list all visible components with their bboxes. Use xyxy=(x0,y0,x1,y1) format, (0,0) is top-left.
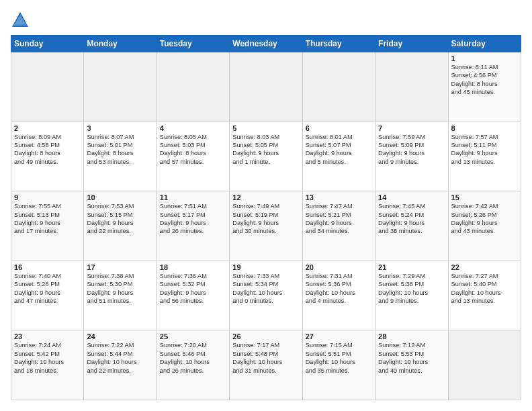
calendar-cell: 7Sunrise: 7:59 AM Sunset: 5:09 PM Daylig… xyxy=(375,122,448,191)
svg-marker-1 xyxy=(13,15,27,26)
calendar-cell: 12Sunrise: 7:49 AM Sunset: 5:19 PM Dayli… xyxy=(230,191,302,261)
day-number: 18 xyxy=(160,263,226,271)
calendar-header-wednesday: Wednesday xyxy=(230,36,302,52)
day-info: Sunrise: 8:07 AM Sunset: 5:01 PM Dayligh… xyxy=(87,133,153,167)
day-info: Sunrise: 8:05 AM Sunset: 5:03 PM Dayligh… xyxy=(160,133,226,167)
calendar-header-sunday: Sunday xyxy=(11,36,84,52)
day-info: Sunrise: 7:15 AM Sunset: 5:51 PM Dayligh… xyxy=(306,341,372,375)
calendar-cell: 21Sunrise: 7:29 AM Sunset: 5:38 PM Dayli… xyxy=(375,261,448,330)
calendar-header-friday: Friday xyxy=(375,36,448,52)
calendar-cell: 8Sunrise: 7:57 AM Sunset: 5:11 PM Daylig… xyxy=(448,122,521,191)
calendar-week-2: 2Sunrise: 8:09 AM Sunset: 4:58 PM Daylig… xyxy=(11,122,521,191)
calendar-week-3: 9Sunrise: 7:55 AM Sunset: 5:13 PM Daylig… xyxy=(11,191,521,261)
page: SundayMondayTuesdayWednesdayThursdayFrid… xyxy=(0,0,532,411)
calendar-cell: 25Sunrise: 7:20 AM Sunset: 5:46 PM Dayli… xyxy=(157,330,229,400)
calendar-cell: 10Sunrise: 7:53 AM Sunset: 5:15 PM Dayli… xyxy=(84,191,157,261)
day-number: 26 xyxy=(232,332,299,340)
day-info: Sunrise: 7:29 AM Sunset: 5:38 PM Dayligh… xyxy=(378,272,445,306)
calendar-cell: 1Sunrise: 8:11 AM Sunset: 4:56 PM Daylig… xyxy=(448,52,521,122)
day-number: 21 xyxy=(378,263,445,271)
calendar-header-saturday: Saturday xyxy=(448,36,521,52)
day-number: 23 xyxy=(14,332,81,340)
calendar-cell xyxy=(157,52,229,122)
calendar-cell: 18Sunrise: 7:36 AM Sunset: 5:32 PM Dayli… xyxy=(157,261,229,330)
calendar-cell xyxy=(448,330,521,400)
calendar-cell: 24Sunrise: 7:22 AM Sunset: 5:44 PM Dayli… xyxy=(84,330,157,400)
day-info: Sunrise: 7:38 AM Sunset: 5:30 PM Dayligh… xyxy=(87,272,153,306)
day-number: 15 xyxy=(451,193,518,201)
calendar-week-5: 23Sunrise: 7:24 AM Sunset: 5:42 PM Dayli… xyxy=(11,330,521,400)
calendar-week-1: 1Sunrise: 8:11 AM Sunset: 4:56 PM Daylig… xyxy=(11,52,521,122)
day-number: 25 xyxy=(160,332,226,340)
calendar-cell: 9Sunrise: 7:55 AM Sunset: 5:13 PM Daylig… xyxy=(11,191,84,261)
day-number: 11 xyxy=(160,193,226,201)
calendar-cell: 11Sunrise: 7:51 AM Sunset: 5:17 PM Dayli… xyxy=(157,191,229,261)
day-number: 5 xyxy=(232,124,299,132)
calendar-header-thursday: Thursday xyxy=(302,36,375,52)
day-number: 8 xyxy=(451,124,518,132)
calendar-cell xyxy=(302,52,375,122)
calendar-cell: 5Sunrise: 8:03 AM Sunset: 5:05 PM Daylig… xyxy=(230,122,302,191)
calendar-cell: 15Sunrise: 7:42 AM Sunset: 5:26 PM Dayli… xyxy=(448,191,521,261)
calendar-table: SundayMondayTuesdayWednesdayThursdayFrid… xyxy=(11,35,521,400)
header xyxy=(11,11,521,30)
calendar-cell: 13Sunrise: 7:47 AM Sunset: 5:21 PM Dayli… xyxy=(302,191,375,261)
calendar-cell xyxy=(230,52,302,122)
calendar-cell: 26Sunrise: 7:17 AM Sunset: 5:48 PM Dayli… xyxy=(230,330,302,400)
day-number: 3 xyxy=(87,124,153,132)
day-info: Sunrise: 7:49 AM Sunset: 5:19 PM Dayligh… xyxy=(232,202,299,236)
day-info: Sunrise: 7:53 AM Sunset: 5:15 PM Dayligh… xyxy=(87,202,153,236)
day-number: 6 xyxy=(306,124,372,132)
calendar-cell: 17Sunrise: 7:38 AM Sunset: 5:30 PM Dayli… xyxy=(84,261,157,330)
day-info: Sunrise: 7:31 AM Sunset: 5:36 PM Dayligh… xyxy=(306,272,372,306)
day-info: Sunrise: 7:47 AM Sunset: 5:21 PM Dayligh… xyxy=(306,202,372,236)
day-number: 1 xyxy=(451,54,518,62)
calendar-cell: 16Sunrise: 7:40 AM Sunset: 5:28 PM Dayli… xyxy=(11,261,84,330)
day-number: 28 xyxy=(378,332,445,340)
calendar-cell: 27Sunrise: 7:15 AM Sunset: 5:51 PM Dayli… xyxy=(302,330,375,400)
day-number: 20 xyxy=(306,263,372,271)
calendar-header-tuesday: Tuesday xyxy=(157,36,229,52)
day-info: Sunrise: 7:59 AM Sunset: 5:09 PM Dayligh… xyxy=(378,133,445,167)
day-number: 12 xyxy=(232,193,299,201)
calendar-cell: 22Sunrise: 7:27 AM Sunset: 5:40 PM Dayli… xyxy=(448,261,521,330)
day-info: Sunrise: 7:45 AM Sunset: 5:24 PM Dayligh… xyxy=(378,202,445,236)
calendar-cell xyxy=(375,52,448,122)
calendar-header-monday: Monday xyxy=(84,36,157,52)
day-number: 17 xyxy=(87,263,153,271)
day-info: Sunrise: 7:33 AM Sunset: 5:34 PM Dayligh… xyxy=(232,272,299,306)
day-number: 10 xyxy=(87,193,153,201)
day-number: 13 xyxy=(306,193,372,201)
day-info: Sunrise: 7:42 AM Sunset: 5:26 PM Dayligh… xyxy=(451,202,518,236)
day-info: Sunrise: 7:27 AM Sunset: 5:40 PM Dayligh… xyxy=(451,272,518,306)
calendar-header-row: SundayMondayTuesdayWednesdayThursdayFrid… xyxy=(11,36,521,52)
logo xyxy=(11,11,31,30)
day-info: Sunrise: 7:36 AM Sunset: 5:32 PM Dayligh… xyxy=(160,272,226,306)
day-number: 19 xyxy=(232,263,299,271)
day-info: Sunrise: 7:24 AM Sunset: 5:42 PM Dayligh… xyxy=(14,341,81,375)
day-info: Sunrise: 7:40 AM Sunset: 5:28 PM Dayligh… xyxy=(14,272,81,306)
day-number: 9 xyxy=(14,193,81,201)
calendar-cell: 3Sunrise: 8:07 AM Sunset: 5:01 PM Daylig… xyxy=(84,122,157,191)
day-info: Sunrise: 7:51 AM Sunset: 5:17 PM Dayligh… xyxy=(160,202,226,236)
day-info: Sunrise: 7:17 AM Sunset: 5:48 PM Dayligh… xyxy=(232,341,299,375)
day-number: 14 xyxy=(378,193,445,201)
day-info: Sunrise: 8:09 AM Sunset: 4:58 PM Dayligh… xyxy=(14,133,81,167)
calendar-cell: 14Sunrise: 7:45 AM Sunset: 5:24 PM Dayli… xyxy=(375,191,448,261)
day-info: Sunrise: 7:57 AM Sunset: 5:11 PM Dayligh… xyxy=(451,133,518,167)
calendar-week-4: 16Sunrise: 7:40 AM Sunset: 5:28 PM Dayli… xyxy=(11,261,521,330)
day-number: 7 xyxy=(378,124,445,132)
calendar-cell: 19Sunrise: 7:33 AM Sunset: 5:34 PM Dayli… xyxy=(230,261,302,330)
day-info: Sunrise: 8:01 AM Sunset: 5:07 PM Dayligh… xyxy=(306,133,372,167)
day-number: 2 xyxy=(14,124,81,132)
calendar-cell: 4Sunrise: 8:05 AM Sunset: 5:03 PM Daylig… xyxy=(157,122,229,191)
calendar-cell: 28Sunrise: 7:12 AM Sunset: 5:53 PM Dayli… xyxy=(375,330,448,400)
day-number: 24 xyxy=(87,332,153,340)
day-number: 27 xyxy=(306,332,372,340)
day-info: Sunrise: 7:20 AM Sunset: 5:46 PM Dayligh… xyxy=(160,341,226,375)
calendar-cell xyxy=(84,52,157,122)
day-info: Sunrise: 8:11 AM Sunset: 4:56 PM Dayligh… xyxy=(451,63,518,97)
day-info: Sunrise: 7:12 AM Sunset: 5:53 PM Dayligh… xyxy=(378,341,445,375)
calendar-cell: 23Sunrise: 7:24 AM Sunset: 5:42 PM Dayli… xyxy=(11,330,84,400)
day-info: Sunrise: 7:55 AM Sunset: 5:13 PM Dayligh… xyxy=(14,202,81,236)
